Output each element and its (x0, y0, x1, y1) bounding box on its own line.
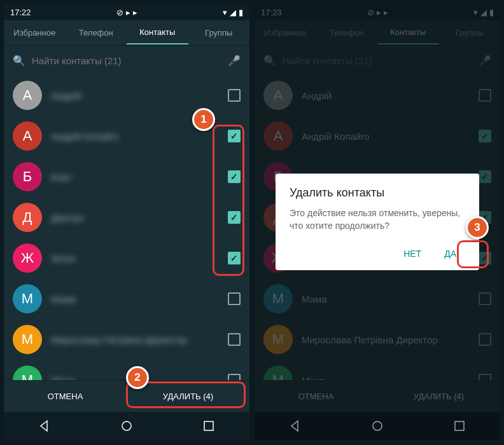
mic-icon[interactable]: 🎤 (228, 55, 241, 67)
avatar: Ж (13, 243, 42, 273)
contact-row[interactable]: ЖЖеня (4, 238, 249, 278)
tab-favorites[interactable]: Избранное (4, 22, 66, 44)
search-input[interactable] (32, 55, 221, 66)
contact-row[interactable]: ААндрій (4, 75, 249, 116)
contact-name: Женя (51, 253, 219, 264)
avatar: Д (13, 203, 42, 232)
nodisturb-icon: ⊘ (116, 8, 123, 17)
contact-row[interactable]: ДДмитро (4, 197, 249, 238)
signal-icon: ◢ (230, 8, 236, 17)
contact-name: Борт (51, 172, 219, 182)
nav-home-icon[interactable] (120, 420, 133, 432)
dialog-body: Это действие нельзя отменить, уверены, ч… (290, 207, 465, 232)
contact-name: Мирослава Петрівна Директор (51, 334, 219, 345)
badge-1: 1 (192, 108, 215, 131)
contact-row[interactable]: ММама (4, 278, 249, 319)
avatar: А (13, 121, 42, 151)
contact-row[interactable]: ММирослава Петрівна Директор (4, 319, 249, 360)
svg-point-0 (122, 421, 131, 430)
contact-name: Дмитро (51, 212, 219, 223)
svg-rect-1 (204, 421, 213, 430)
status-icons: ⊘ ▸ ▸ (116, 8, 137, 17)
badge-3: 3 (466, 216, 489, 239)
checkbox[interactable] (228, 130, 241, 142)
checkbox[interactable] (228, 252, 241, 264)
flag-icon: ▸ (126, 8, 130, 17)
dialog-title: Удалить контакты (290, 186, 465, 200)
checkbox[interactable] (228, 292, 241, 305)
contact-name: Андрій Копайго (51, 131, 219, 142)
flag-icon: ▸ (133, 8, 137, 17)
tab-bar: Избранное Телефон Контакты Группы (4, 20, 249, 46)
phone-right: 17:23 ⊘ ▸ ▸ ▾ ◢ ▮ Избранное Телефон Конт… (255, 4, 500, 440)
nav-recent-icon[interactable] (202, 420, 215, 432)
contact-row[interactable]: ББорт (4, 156, 249, 197)
status-bar: 17:22 ⊘ ▸ ▸ ▾ ◢ ▮ (4, 4, 249, 20)
avatar: М (13, 366, 42, 380)
status-icons-right: ▾ ◢ ▮ (223, 8, 243, 17)
tab-phone[interactable]: Телефон (66, 22, 127, 44)
dialog-no-button[interactable]: НЕТ (395, 243, 430, 264)
nav-back-icon[interactable] (38, 420, 51, 432)
avatar: М (13, 325, 42, 354)
nav-bar (4, 412, 249, 440)
checkbox[interactable] (228, 211, 241, 224)
cancel-button[interactable]: ОТМЕНА (4, 381, 127, 412)
dialog-yes-button[interactable]: ДА (435, 243, 465, 264)
tab-contacts[interactable]: Контакты (127, 21, 188, 44)
tab-groups[interactable]: Группы (188, 22, 250, 44)
badge-2: 2 (126, 366, 149, 389)
search-bar[interactable]: 🔍 🎤 (4, 46, 249, 75)
checkbox[interactable] (228, 333, 241, 346)
delete-dialog: Удалить контакты Это действие нельзя отм… (276, 174, 479, 270)
contact-name: Андрій (51, 90, 219, 101)
search-icon: 🔍 (13, 55, 25, 67)
checkbox[interactable] (228, 89, 241, 102)
contact-name: Мама (51, 294, 219, 305)
dialog-actions: НЕТ ДА (290, 243, 465, 264)
avatar: Б (13, 162, 42, 191)
checkbox[interactable] (228, 374, 241, 380)
bottom-bar: ОТМЕНА УДАЛИТЬ (4) (4, 380, 249, 412)
status-time: 17:22 (10, 8, 31, 17)
avatar: М (13, 284, 42, 313)
avatar: А (13, 81, 42, 110)
dialog-backdrop: Удалить контакты Это действие нельзя отм… (255, 4, 500, 440)
battery-icon: ▮ (239, 8, 243, 17)
checkbox[interactable] (228, 170, 241, 183)
wifi-icon: ▾ (223, 8, 227, 17)
